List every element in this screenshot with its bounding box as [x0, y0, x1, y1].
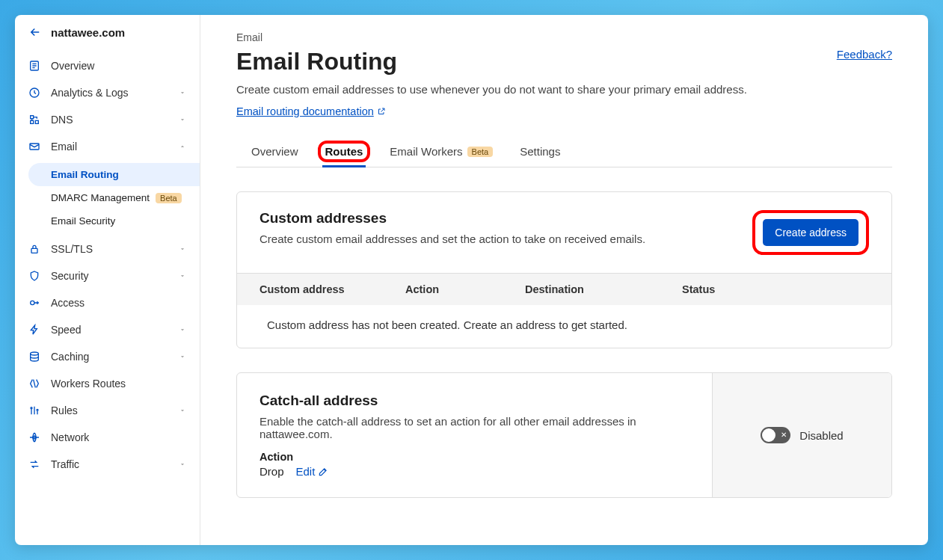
- table-head: Custom address Action Destination Status: [237, 273, 891, 305]
- action-label: Action: [259, 451, 689, 463]
- sidebar: nattawee.com Overview Analytics & Logs D…: [15, 15, 200, 545]
- chevron-down-icon: [179, 461, 186, 468]
- tab-label: Routes: [325, 145, 363, 158]
- doc-link[interactable]: Email routing documentation: [236, 105, 386, 117]
- doc-link-text: Email routing documentation: [236, 105, 374, 117]
- svg-point-8: [31, 352, 39, 355]
- tab-email-workers[interactable]: Email Workers Beta: [387, 136, 496, 167]
- dns-icon: [28, 114, 40, 126]
- highlight-create-button: Create address: [752, 210, 869, 255]
- nav-label: DNS: [51, 114, 168, 126]
- workers-icon: [28, 378, 40, 390]
- traffic-icon: [28, 458, 40, 470]
- beta-badge: Beta: [467, 147, 494, 157]
- bolt-icon: [28, 324, 40, 336]
- tab-overview[interactable]: Overview: [248, 136, 301, 167]
- sidebar-item-dns[interactable]: DNS: [15, 106, 200, 133]
- sidebar-item-overview[interactable]: Overview: [15, 52, 200, 79]
- col-destination: Destination: [525, 283, 682, 295]
- card-right: ✕ Disabled: [712, 373, 891, 497]
- pencil-icon: [318, 467, 328, 477]
- catchall-toggle[interactable]: ✕: [761, 427, 790, 443]
- svg-rect-3: [35, 120, 38, 123]
- custom-addresses-card: Custom addresses Create custom email add…: [236, 191, 892, 348]
- chevron-down-icon: [179, 116, 186, 123]
- card-desc: Create custom email addresses and set th…: [259, 233, 645, 245]
- sub-label: Email Security: [51, 215, 115, 227]
- shield-icon: [28, 270, 40, 282]
- nav-label: Analytics & Logs: [51, 87, 168, 99]
- action-value: Drop: [259, 465, 284, 478]
- chevron-up-icon: [179, 143, 186, 150]
- card-split: Catch-all address Enable the catch-all a…: [237, 373, 891, 497]
- svg-rect-6: [31, 248, 37, 253]
- col-status: Status: [682, 283, 869, 295]
- sidebar-item-traffic[interactable]: Traffic: [15, 451, 200, 478]
- sub-label: DMARC Management: [51, 192, 150, 203]
- svg-rect-2: [31, 116, 34, 119]
- nav-label: Traffic: [51, 458, 168, 470]
- nav-list-2: SSL/TLS Security Access Speed Caching: [15, 233, 200, 481]
- nav-label: Security: [51, 270, 168, 282]
- create-address-button[interactable]: Create address: [763, 219, 858, 246]
- cache-icon: [28, 351, 40, 363]
- sidebar-sub-dmarc[interactable]: DMARC Management Beta: [15, 186, 200, 209]
- sidebar-item-caching[interactable]: Caching: [15, 343, 200, 370]
- email-icon: [28, 141, 40, 153]
- page-title: Email Routing: [236, 48, 397, 76]
- sidebar-item-analytics[interactable]: Analytics & Logs: [15, 79, 200, 106]
- external-link-icon: [377, 107, 386, 116]
- highlight-routes: Routes: [318, 141, 371, 162]
- feedback-link[interactable]: Feedback?: [837, 48, 892, 61]
- edit-text: Edit: [296, 465, 316, 478]
- tab-label: Overview: [251, 145, 298, 158]
- svg-point-10: [37, 409, 38, 410]
- main-content: Email Email Routing Feedback? Create cus…: [200, 15, 928, 545]
- page-header-row: Email Routing Feedback?: [236, 48, 892, 83]
- card-header-text: Custom addresses Create custom email add…: [259, 210, 645, 245]
- back-arrow-icon[interactable]: [28, 25, 42, 39]
- card-title: Custom addresses: [259, 210, 645, 227]
- nav-label: Email: [51, 141, 168, 153]
- nav-label: SSL/TLS: [51, 243, 168, 255]
- tab-routes[interactable]: Routes: [322, 136, 366, 167]
- chevron-down-icon: [179, 407, 186, 414]
- sidebar-item-security[interactable]: Security: [15, 262, 200, 289]
- app-window: nattawee.com Overview Analytics & Logs D…: [15, 15, 928, 545]
- overview-icon: [28, 60, 40, 72]
- sidebar-item-rules[interactable]: Rules: [15, 397, 200, 424]
- sidebar-sub-email-routing[interactable]: Email Routing: [28, 163, 200, 186]
- sidebar-item-workers[interactable]: Workers Routes: [15, 370, 200, 397]
- sidebar-item-speed[interactable]: Speed: [15, 316, 200, 343]
- sidebar-item-access[interactable]: Access: [15, 289, 200, 316]
- sidebar-item-network[interactable]: Network: [15, 424, 200, 451]
- nav-label: Rules: [51, 404, 168, 416]
- empty-state: Custom address has not been created. Cre…: [237, 305, 891, 348]
- card-left: Catch-all address Enable the catch-all a…: [237, 373, 712, 497]
- card-title: Catch-all address: [259, 393, 689, 409]
- nav-label: Workers Routes: [51, 378, 186, 390]
- lock-icon: [28, 243, 40, 255]
- tab-settings[interactable]: Settings: [517, 136, 563, 167]
- action-row: Drop Edit: [259, 465, 689, 478]
- toggle-knob: [762, 428, 775, 442]
- sidebar-sub-email-security[interactable]: Email Security: [15, 209, 200, 233]
- sidebar-item-email[interactable]: Email: [15, 133, 200, 160]
- tabs: Overview Routes Email Workers Beta Setti…: [236, 136, 892, 167]
- edit-action-link[interactable]: Edit: [296, 465, 329, 478]
- nav-label: Network: [51, 431, 186, 443]
- close-icon: ✕: [781, 431, 787, 439]
- tab-label: Email Workers: [390, 145, 462, 158]
- col-custom-address: Custom address: [259, 283, 405, 295]
- chevron-down-icon: [179, 326, 186, 333]
- sidebar-item-ssl[interactable]: SSL/TLS: [15, 236, 200, 262]
- toggle-label: Disabled: [799, 429, 843, 442]
- card-header: Custom addresses Create custom email add…: [237, 192, 891, 273]
- page-description: Create custom email addresses to use whe…: [236, 83, 892, 96]
- nav-list: Overview Analytics & Logs DNS Email: [15, 49, 200, 163]
- svg-rect-4: [31, 120, 34, 123]
- svg-point-7: [31, 301, 34, 304]
- rules-icon: [28, 404, 40, 416]
- chevron-down-icon: [179, 272, 186, 280]
- sub-label: Email Routing: [51, 169, 119, 180]
